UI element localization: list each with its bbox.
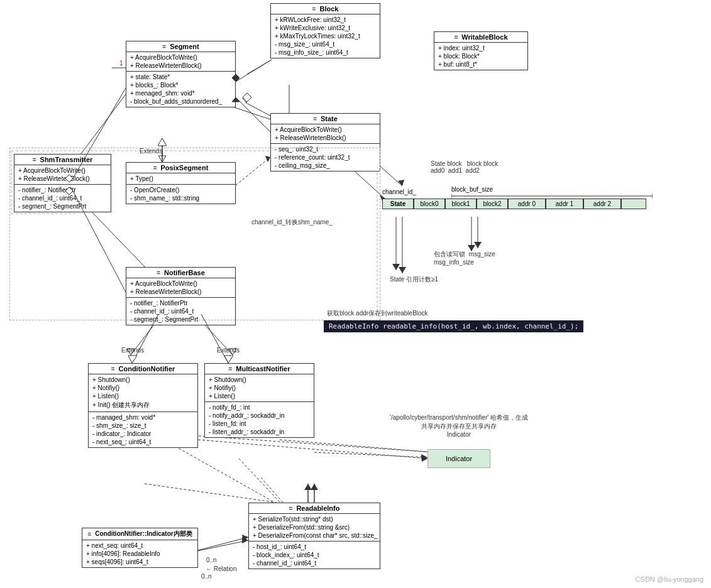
svg-marker-37 (265, 156, 270, 162)
svg-marker-57 (311, 484, 318, 490)
state-row-5: - ceiling_msg_size_ (273, 161, 377, 170)
ci-title: ConditionNtifier::Indicator内部类 (95, 530, 192, 538)
block-class: = Block + kRWLockFree: uint32_t + kWrite… (270, 3, 380, 58)
svg-line-61 (380, 166, 402, 186)
svg-marker-70 (421, 454, 427, 460)
wb-eq: = (455, 34, 458, 41)
ps-eq: = (153, 165, 157, 172)
ps-title: PosixSegment (161, 164, 209, 172)
cn-row-2: + Notifiy() (91, 384, 195, 392)
ci-row-2: + info[4096]: ReadableInfo (85, 550, 195, 558)
ri-eq: = (289, 505, 293, 512)
st-row-5: - segment_: SegmentPrt (17, 202, 108, 210)
seg-eq: = (162, 43, 166, 50)
nb-eq: = (157, 270, 160, 276)
ps-row-1: + Type() (129, 175, 233, 183)
ri-title: ReadableInfo (296, 504, 339, 512)
seg-row-3: + state: State* (129, 73, 233, 81)
get-block-annotation: 获取block addr保存到writeableBlock (327, 309, 428, 318)
indicator-label: Indicator (446, 455, 472, 462)
ci-row-1: + next_seq: uint64_t (85, 542, 195, 550)
mem-cell-block2: block2 (477, 199, 508, 209)
mem-cell-addr1: addr 1 (546, 199, 583, 209)
mn-row-1: + Shutdown() (207, 376, 311, 384)
state-row-3: - seq_: uint32_t (273, 145, 377, 153)
mem-cell-block0: block0 (414, 199, 445, 209)
mn-row-6: - listen_fd: int (207, 420, 311, 428)
seg-title: Segment (170, 43, 199, 50)
mn-row-7: - listen_addr_: sockaddr_in (207, 428, 311, 436)
st-row-1: + AcquireBlockToWrite() (17, 166, 108, 175)
mem-cell-extra (621, 199, 646, 209)
svg-text:1: 1 (119, 60, 123, 67)
code-line: ReadableInfo readable_info(host_id_, wb.… (324, 320, 583, 332)
readable-info-class: = ReadableInfo + SerializeTo(std::string… (248, 503, 380, 569)
st-row-3: - notifier_: NotifierPtr (17, 186, 108, 194)
svg-marker-15 (304, 484, 312, 490)
state-ref-annotation: State 引用计数≥1 (390, 275, 438, 284)
block-row-2: + kWriteExclusive: uint32_t (273, 24, 377, 32)
mn-row-3: + Listen() (207, 392, 311, 400)
cn-row-3: + Listen() (91, 392, 195, 400)
svg-line-11 (239, 459, 286, 509)
block-buf-size-label: block_buf_size (451, 186, 493, 193)
ps-row-3: - shm_name_: std::string (129, 194, 233, 202)
svg-line-54 (145, 484, 277, 503)
svg-line-27 (280, 440, 434, 452)
condition-indicator-class: = ConditionNtifier::Indicator内部类 + next_… (82, 528, 198, 568)
mn-row-2: + Notifiy() (207, 384, 311, 392)
cn-eq: = (111, 366, 115, 373)
nb-row-2: + ReleaseWirtetenBlock() (129, 288, 233, 296)
ri-row-3: + DeserializeFrom(const char* src, std::… (251, 531, 377, 540)
svg-marker-68 (421, 455, 427, 462)
seg-row-1: + AcquireBlockToWrite() (129, 53, 233, 62)
channel-id-convert-annotation: channel_id_转换shm_name_ (251, 218, 333, 227)
svg-marker-51 (128, 356, 137, 363)
svg-marker-59 (242, 535, 248, 541)
mn-title: MulticastNotifier (236, 365, 290, 373)
wb-row-2: + block: Block* (437, 52, 525, 60)
cn-row-6: - shm_size_: size_t (91, 422, 195, 430)
ri-row-4: - host_id_: uint64_t (251, 543, 377, 551)
svg-marker-64 (474, 242, 482, 248)
relation-label: ← Relation (206, 565, 236, 572)
wb-row-1: + index: uint32_t (437, 44, 525, 52)
st-row-2: + ReleaseWirtetenBlock() (17, 175, 108, 183)
svg-marker-53 (224, 356, 233, 363)
svg-line-58 (198, 537, 248, 550)
channel-id-label: channel_id_ (382, 188, 416, 195)
writable-block-class: = WritableBlock + index: uint32_t + bloc… (434, 31, 528, 70)
cn-row-8: - next_seq_: uint64_t (91, 438, 195, 446)
relation-0n-label: 0..n (201, 573, 212, 580)
state-block-annotation: State block block block add0 add1 add2 (431, 160, 498, 174)
extends-label-1: Extends (140, 148, 162, 155)
ri-row-5: - block_index_: uint64_t (251, 551, 377, 559)
state-row-2: + ReleaseWirtetenBlock() (273, 134, 377, 142)
seg-row-5: + menaged_shm: void* (129, 89, 233, 97)
cn-row-4: + Init() 创建共享内存 (91, 400, 195, 410)
extends-label-3: Extends (217, 347, 240, 354)
st-row-4: - channel_id_: uint64_t (17, 194, 108, 202)
ci-eq: = (87, 531, 91, 538)
svg-line-36 (236, 157, 270, 185)
mem-cell-addr0: addr 0 (508, 199, 546, 209)
block-row-1: + kRWLockFree: uint32_t (273, 16, 377, 24)
multicast-notifier-class: = MulticastNotifier + Shutdown() + Notif… (204, 363, 314, 438)
cn-row-7: - indicator_: Indicator (91, 430, 195, 438)
svg-line-41 (247, 60, 272, 74)
wb-row-3: + buf: uint8_t* (437, 60, 525, 68)
mn-row-4: - notify_fd_: int (207, 403, 311, 411)
block-title: Block (319, 5, 338, 13)
svg-text:0..n: 0..n (206, 557, 217, 564)
state-class: = State + AcquireBlockToWrite() + Releas… (270, 113, 380, 172)
nb-row-1: + AcquireBlockToWrite() (129, 280, 233, 288)
condition-notifier-class: = ConditionNotifier + Shutdown() + Notif… (88, 363, 198, 448)
svg-marker-16 (243, 95, 250, 102)
seg-row-6: - block_buf_adds_stdunordered_ (129, 97, 233, 106)
shm-transmitter-class: = ShmTransmitter + AcquireBlockToWrite()… (14, 154, 111, 212)
block-row-5: - msg_info_size_: uint64_t (273, 48, 377, 57)
svg-marker-3 (158, 156, 166, 162)
apollo-annotation: '/apollo/cyber/transport/shm/notifier' 哈… (390, 413, 528, 438)
svg-line-10 (163, 440, 286, 509)
svg-marker-24 (399, 267, 406, 273)
